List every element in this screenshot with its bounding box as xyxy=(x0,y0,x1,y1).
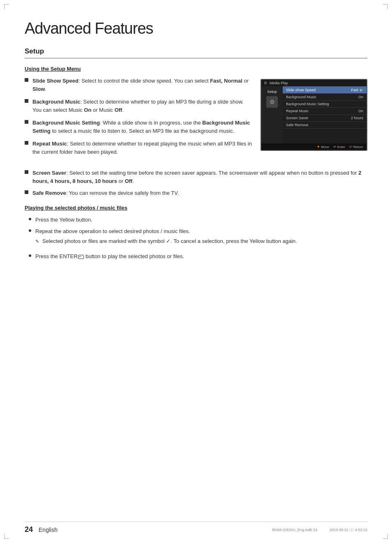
return-icon: ↩ xyxy=(349,145,353,149)
tv-screenshot: ⚙ Media Play Setup ⚙ Slide show Speed Fa… xyxy=(261,79,367,151)
list-item-text: Slide Show Speed: Select to control the … xyxy=(32,77,252,93)
dot-bullet-icon xyxy=(29,254,31,257)
list-item-screensaver: Screen Saver: Select to set the waiting … xyxy=(25,169,367,185)
bullet-icon xyxy=(25,78,28,82)
tv-menu-item-label: Slide show Speed xyxy=(286,88,316,92)
bullet-icon xyxy=(25,120,28,124)
section-title: Setup xyxy=(25,47,367,58)
list-item-text: Background Music: Select to determine wh… xyxy=(32,98,252,114)
dot-bullet-icon xyxy=(29,229,31,232)
tv-footer: ✦ Move ↵ Enter ↩ Return xyxy=(261,143,367,150)
tv-sidebar-label: Setup xyxy=(267,90,277,94)
bullet-icon xyxy=(25,190,28,194)
dot-list-item-text: Repeat the above operation to select des… xyxy=(35,227,297,249)
move-icon: ✦ xyxy=(317,145,320,149)
list-item-text: Repeat Music: Select to determine whethe… xyxy=(32,140,252,156)
playing-section: Playing the selected photos / music file… xyxy=(25,205,367,261)
tv-header: ⚙ Media Play xyxy=(261,80,367,86)
tv-menu-item-label: Background Music Setting xyxy=(286,102,329,106)
footer-right: BN68-02620A_Eng.indb 24 2010-08-31 □□ 4:… xyxy=(272,528,367,532)
content-area: Slide Show Speed: Select to control the … xyxy=(25,77,367,161)
dot-list-item-text: Press the ENTER button to play the selec… xyxy=(35,252,184,261)
tv-menu-item-label: Safe Remove xyxy=(286,123,309,127)
bullet-icon xyxy=(25,170,28,174)
subsection2-title: Playing the selected photos / music file… xyxy=(25,205,367,211)
list-item-text: Background Music Setting: While a slide … xyxy=(32,119,252,135)
main-bullet-list: Slide Show Speed: Select to control the … xyxy=(25,77,252,161)
corner-mark-br xyxy=(383,534,388,539)
corner-mark-tl xyxy=(4,4,9,9)
bullet-icon xyxy=(25,141,28,145)
list-item-saferemove: Safe Remove: You can remove the device s… xyxy=(25,189,367,197)
subsection1-title: Using the Setup Menu xyxy=(25,66,367,72)
dot-list-item-press-yellow: Press the Yellow button. xyxy=(29,216,367,224)
note-text: Selected photos or files are marked with… xyxy=(42,237,297,245)
enter-icon: ↵ xyxy=(333,145,337,149)
tv-menu-item-slideshow: Slide show Speed Fast ▶ xyxy=(283,86,367,94)
tv-menu-item-bgmusic: Background Music On xyxy=(283,94,367,101)
note-item: ✎ Selected photos or files are marked wi… xyxy=(35,237,297,245)
tv-menu-item-label: Repeat Music xyxy=(286,109,309,113)
page-footer: 24 English BN68-02620A_Eng.indb 24 2010-… xyxy=(25,522,367,534)
tv-menu-item-label: Screen Saver xyxy=(286,116,309,120)
tv-footer-return: ↩ Return xyxy=(349,145,363,149)
tv-menu: Slide show Speed Fast ▶ Background Music… xyxy=(283,86,367,148)
footer-left: 24 English xyxy=(25,525,58,534)
list-item-text: Safe Remove: You can remove the device s… xyxy=(32,189,179,197)
corner-mark-bl xyxy=(4,534,9,539)
page: Advanced Features Setup Using the Setup … xyxy=(0,0,392,543)
list-item: Background Music Setting: While a slide … xyxy=(25,119,252,135)
tv-menu-item-value: Fast ▶ xyxy=(351,88,363,92)
list-item-text: Screen Saver: Select to set the waiting … xyxy=(32,169,367,185)
tv-footer-enter: ↵ Enter xyxy=(333,145,345,149)
tv-menu-item-value: On xyxy=(358,95,363,99)
extra-bullet-list: Screen Saver: Select to set the waiting … xyxy=(25,169,367,197)
bullet-icon xyxy=(25,99,28,103)
list-item: Slide Show Speed: Select to control the … xyxy=(25,77,252,93)
note-pencil-icon: ✎ xyxy=(35,238,39,245)
page-number: 24 xyxy=(25,525,33,534)
page-language: English xyxy=(39,527,58,533)
corner-mark-tr xyxy=(383,4,388,9)
tv-menu-item-value: 2 hours xyxy=(351,116,363,120)
dot-list-item-enter: Press the ENTER button to play the selec… xyxy=(29,252,367,261)
page-title: Advanced Features xyxy=(25,20,367,37)
footer-filename: BN68-02620A_Eng.indb 24 xyxy=(272,528,317,532)
tv-sidebar-icon: ⚙ xyxy=(266,96,278,108)
tv-header-text: Media Play xyxy=(270,81,288,85)
menu-arrow-icon: ▶ xyxy=(360,88,363,92)
tv-menu-item-label: Background Music xyxy=(286,95,316,99)
dot-list-item-text: Press the Yellow button. xyxy=(35,216,92,224)
tv-menu-item-saferemove: Safe Remove xyxy=(283,122,367,129)
dot-list-item-repeat: Repeat the above operation to select des… xyxy=(29,227,367,249)
tv-sidebar: Setup ⚙ xyxy=(261,86,283,148)
list-item: Repeat Music: Select to determine whethe… xyxy=(25,140,252,156)
list-item: Background Music: Select to determine wh… xyxy=(25,98,252,114)
tv-footer-move: ✦ Move xyxy=(317,145,329,149)
tv-menu-item-repeatmusic: Repeat Music On xyxy=(283,108,367,115)
tv-header-icon: ⚙ xyxy=(264,81,267,85)
tv-body: Setup ⚙ Slide show Speed Fast ▶ Backgrou… xyxy=(261,86,367,148)
tv-menu-item-bgmusicsetting: Background Music Setting xyxy=(283,101,367,108)
dot-list: Press the Yellow button. Repeat the abov… xyxy=(25,216,367,261)
tv-menu-item-screensaver: Screen Saver 2 hours xyxy=(283,115,367,122)
dot-bullet-icon xyxy=(29,218,31,220)
footer-date: 2010-08-31 □□ 4:53:15 xyxy=(330,528,367,532)
tv-menu-item-value: On xyxy=(358,109,363,113)
enter-button-icon xyxy=(78,255,84,259)
